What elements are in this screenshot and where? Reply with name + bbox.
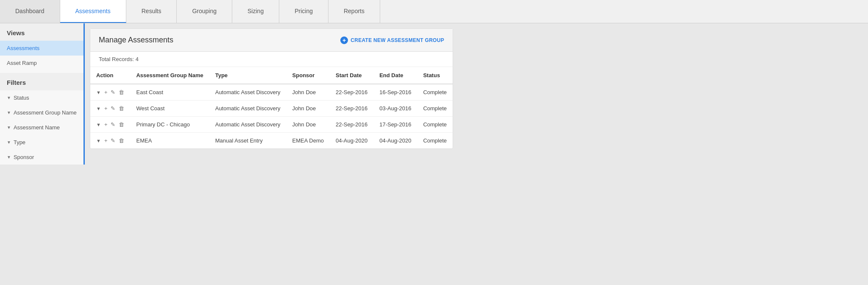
type-cell-2: Automatic Asset Discovery [209,117,287,133]
edit-icon[interactable]: ✎ [111,105,115,112]
sidebar-item-assessments[interactable]: Assessments [0,41,83,56]
table-row: ▼ + ✎ 🗑 Primary DC - Chicago Automatic A… [90,117,453,133]
filter-item-status[interactable]: ▼Status [0,90,83,105]
end-date-cell-1: 03-Aug-2016 [373,101,417,117]
type-cell-0: Automatic Asset Discovery [209,84,287,101]
filter-arrow-icon: ▼ [7,110,11,115]
col-sponsor: Sponsor [287,67,330,84]
action-cell-0: ▼ + ✎ 🗑 [90,84,130,101]
sidebar-item-asset-ramp[interactable]: Asset Ramp [0,56,83,70]
col-status: Status [417,67,453,84]
sponsor-cell-1: John Doe [287,101,330,117]
action-cell-3: ▼ + ✎ 🗑 [90,133,130,149]
type-cell-3: Manual Asset Entry [209,133,287,149]
add-icon[interactable]: + [104,89,108,95]
filters-header: Filters [0,73,83,90]
start-date-cell-0: 22-Sep-2016 [330,84,373,101]
filter-label: Assessment Name [14,124,60,131]
col-action: Action [90,67,130,84]
assessment-group-name-cell-1: West Coast [130,101,209,117]
col-end-date: End Date [373,67,417,84]
add-icon[interactable]: + [104,105,108,112]
edit-icon[interactable]: ✎ [111,121,115,128]
assessment-group-name-cell-3: EMEA [130,133,209,149]
nav-item-grouping[interactable]: Grouping [177,0,232,23]
status-cell-3: Complete [417,133,453,149]
action-cell-2: ▼ + ✎ 🗑 [90,117,130,133]
action-cell-1: ▼ + ✎ 🗑 [90,101,130,117]
manage-assessments-panel: Manage Assessments + CREATE NEW ASSESSME… [90,28,453,149]
filter-item-type[interactable]: ▼Type [0,135,83,150]
end-date-cell-0: 16-Sep-2016 [373,84,417,101]
sidebar: Views AssessmentsAsset Ramp Filters ▼Sta… [0,23,85,285]
table-row: ▼ + ✎ 🗑 EMEA Manual Asset Entry EMEA Dem… [90,133,453,149]
edit-icon[interactable]: ✎ [111,137,115,144]
delete-icon[interactable]: 🗑 [119,137,124,144]
chevron-down-icon[interactable]: ▼ [96,138,101,143]
table-row: ▼ + ✎ 🗑 East Coast Automatic Asset Disco… [90,84,453,101]
filter-arrow-icon: ▼ [7,155,11,159]
end-date-cell-3: 04-Aug-2020 [373,133,417,149]
create-new-assessment-group-button[interactable]: + CREATE NEW ASSESSMENT GROUP [340,36,444,44]
start-date-cell-2: 22-Sep-2016 [330,117,373,133]
add-icon[interactable]: + [104,121,108,128]
status-cell-0: Complete [417,84,453,101]
chevron-down-icon[interactable]: ▼ [96,122,101,127]
sponsor-cell-0: John Doe [287,84,330,101]
assessment-group-name-cell-0: East Coast [130,84,209,101]
filter-arrow-icon: ▼ [7,140,11,145]
filter-arrow-icon: ▼ [7,125,11,130]
filter-item-assessment-group-name[interactable]: ▼Assessment Group Name [0,105,83,120]
delete-icon[interactable]: 🗑 [119,121,124,128]
filter-item-sponsor[interactable]: ▼Sponsor [0,150,83,165]
type-cell-1: Automatic Asset Discovery [209,101,287,117]
filter-arrow-icon: ▼ [7,95,11,100]
assessments-table: Action Assessment Group Name Type Sponso… [90,67,453,148]
status-cell-2: Complete [417,117,453,133]
col-assessment-group-name: Assessment Group Name [130,67,209,84]
assessment-group-name-cell-2: Primary DC - Chicago [130,117,209,133]
filter-label: Status [14,95,29,101]
delete-icon[interactable]: 🗑 [119,89,124,95]
views-header: Views [0,23,83,41]
nav-item-sizing[interactable]: Sizing [232,0,279,23]
plus-circle-icon: + [340,36,348,44]
nav-item-assessments[interactable]: Assessments [60,0,126,23]
filter-label: Assessment Group Name [14,109,77,116]
panel-header: Manage Assessments + CREATE NEW ASSESSME… [90,29,453,52]
filter-label: Sponsor [14,154,34,160]
col-type: Type [209,67,287,84]
top-nav: DashboardAssessmentsResultsGroupingSizin… [0,0,868,23]
table-header: Action Assessment Group Name Type Sponso… [90,67,453,84]
delete-icon[interactable]: 🗑 [119,105,124,112]
sponsor-cell-3: EMEA Demo [287,133,330,149]
sponsor-cell-2: John Doe [287,117,330,133]
add-icon[interactable]: + [104,137,108,144]
create-button-label: CREATE NEW ASSESSMENT GROUP [351,37,444,43]
nav-item-pricing[interactable]: Pricing [279,0,328,23]
main-content: Manage Assessments + CREATE NEW ASSESSME… [85,23,458,285]
filter-item-assessment-name[interactable]: ▼Assessment Name [0,120,83,135]
chevron-down-icon[interactable]: ▼ [96,90,101,95]
status-cell-1: Complete [417,101,453,117]
start-date-cell-1: 22-Sep-2016 [330,101,373,117]
edit-icon[interactable]: ✎ [111,89,115,95]
table-row: ▼ + ✎ 🗑 West Coast Automatic Asset Disco… [90,101,453,117]
nav-item-results[interactable]: Results [126,0,177,23]
nav-item-reports[interactable]: Reports [328,0,380,23]
panel-title: Manage Assessments [99,36,173,45]
col-start-date: Start Date [330,67,373,84]
chevron-down-icon[interactable]: ▼ [96,106,101,111]
nav-item-dashboard[interactable]: Dashboard [0,0,60,23]
total-records: Total Records: 4 [90,52,453,67]
filter-label: Type [14,139,25,145]
end-date-cell-2: 17-Sep-2016 [373,117,417,133]
start-date-cell-3: 04-Aug-2020 [330,133,373,149]
